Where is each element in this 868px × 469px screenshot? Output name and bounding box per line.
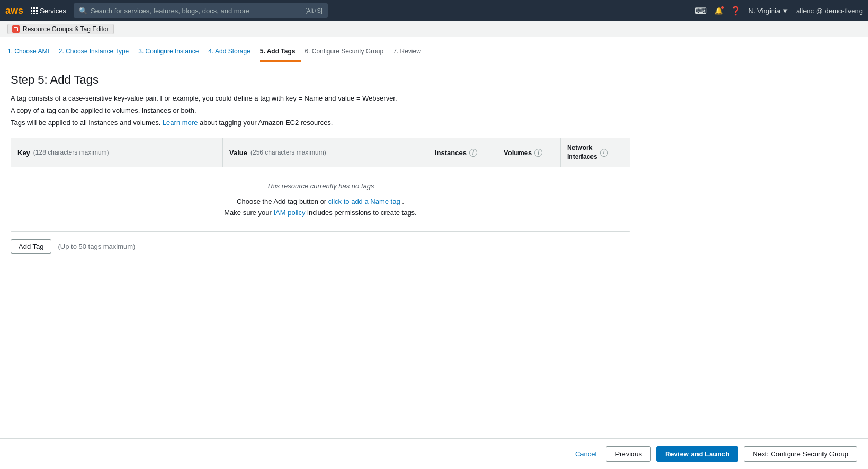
resource-groups-tag[interactable]: Resource Groups & Tag Editor <box>7 24 114 34</box>
step-3-link[interactable]: 3. Configure Instance <box>138 48 199 55</box>
step-7[interactable]: 7. Review <box>393 48 427 62</box>
step-1[interactable]: 1. Choose AMI <box>7 48 56 62</box>
top-navigation: aws Services 🔍 [Alt+S] ⌨ 🔔 ❓ N. Virginia… <box>0 0 868 21</box>
next-configure-security-group-button[interactable]: Next: Configure Security Group <box>744 446 857 462</box>
add-tag-hint: Choose the Add tag button or click to ad… <box>26 197 615 205</box>
previous-button[interactable]: Previous <box>606 446 651 462</box>
col-key-header: Key (128 characters maximum) <box>11 138 223 167</box>
col-value-label: Value <box>229 149 247 157</box>
notifications-icon[interactable]: 🔔 <box>714 7 723 15</box>
search-icon: 🔍 <box>79 7 87 15</box>
no-tags-message: This resource currently has no tags <box>26 182 615 190</box>
col-key-hint: (128 characters maximum) <box>33 149 109 156</box>
instances-info-icon[interactable]: i <box>469 149 477 157</box>
page-title: Step 5: Add Tags <box>11 73 857 87</box>
iam-hint: Make sure your IAM policy includes permi… <box>26 209 615 217</box>
grid-icon <box>31 7 38 14</box>
step-6-label: 6. Configure Security Group <box>305 48 383 55</box>
col-volumes-label: Volumes <box>504 149 532 157</box>
col-value-hint: (256 characters maximum) <box>250 149 326 156</box>
col-instances-header: Instances i <box>428 138 497 167</box>
desc3-suffix: about tagging your Amazon EC2 resources. <box>200 119 333 127</box>
col-network-header: NetworkInterfaces i <box>561 138 630 167</box>
review-and-launch-button[interactable]: Review and Launch <box>656 446 738 462</box>
user-menu[interactable]: allenc @ demo-tlveng <box>796 7 863 15</box>
col-network-label: NetworkInterfaces <box>567 143 597 161</box>
nav-right: ⌨ 🔔 ❓ N. Virginia ▼ allenc @ demo-tlveng <box>695 6 863 16</box>
col-volumes-header: Volumes i <box>497 138 561 167</box>
max-tags-hint: (Up to 50 tags maximum) <box>58 242 135 250</box>
add-tag-button[interactable]: Add Tag <box>11 239 51 254</box>
iam-hint-suffix: includes permissions to create tags. <box>307 209 417 217</box>
step-2[interactable]: 2. Choose Instance Type <box>59 48 136 62</box>
aws-logo-text: aws <box>5 6 23 15</box>
resource-label: Resource Groups & Tag Editor <box>23 25 109 33</box>
search-bar[interactable]: 🔍 [Alt+S] <box>74 3 328 18</box>
step-6[interactable]: 6. Configure Security Group <box>305 48 390 62</box>
resource-icon <box>12 25 20 33</box>
main-content: Step 5: Add Tags A tag consists of a cas… <box>0 62 868 438</box>
aws-logo[interactable]: aws <box>5 6 25 15</box>
search-shortcut: [Alt+S] <box>305 7 323 14</box>
help-icon[interactable]: ❓ <box>730 6 741 16</box>
region-chevron-icon: ▼ <box>782 7 789 15</box>
region-label: N. Virginia <box>748 7 780 15</box>
step-1-link[interactable]: 1. Choose AMI <box>7 48 49 55</box>
step-7-label: 7. Review <box>393 48 421 55</box>
network-info-icon[interactable]: i <box>600 149 608 157</box>
iam-policy-link[interactable]: IAM policy <box>273 209 305 217</box>
services-button[interactable]: Services <box>31 7 66 15</box>
resource-icon-inner <box>14 27 18 31</box>
desc-line-3: Tags will be applied to all instances an… <box>11 118 857 129</box>
region-selector[interactable]: N. Virginia ▼ <box>748 7 789 15</box>
terminal-icon[interactable]: ⌨ <box>695 6 707 16</box>
iam-hint-prefix: Make sure your <box>224 209 273 217</box>
tags-table: Key (128 characters maximum) Value (256 … <box>11 138 630 232</box>
desc-line-1: A tag consists of a case-sensitive key-v… <box>11 93 857 104</box>
step-4[interactable]: 4. Add Storage <box>208 48 256 62</box>
notification-dot <box>721 6 724 10</box>
description: A tag consists of a case-sensitive key-v… <box>11 93 857 128</box>
desc-line-2: A copy of a tag can be applied to volume… <box>11 105 857 116</box>
learn-more-link[interactable]: Learn more <box>163 119 198 127</box>
table-header: Key (128 characters maximum) Value (256 … <box>11 138 630 167</box>
wizard-steps: 1. Choose AMI 2. Choose Instance Type 3.… <box>0 37 868 62</box>
add-hint-suffix: . <box>402 197 404 205</box>
col-value-header: Value (256 characters maximum) <box>223 138 428 167</box>
table-empty-state: This resource currently has no tags Choo… <box>11 167 630 231</box>
volumes-info-icon[interactable]: i <box>534 149 542 157</box>
step-2-link[interactable]: 2. Choose Instance Type <box>59 48 129 55</box>
col-instances-label: Instances <box>435 149 467 157</box>
footer: Cancel Previous Review and Launch Next: … <box>0 438 868 469</box>
add-tag-section: Add Tag (Up to 50 tags maximum) <box>11 239 857 254</box>
search-input[interactable] <box>91 7 302 15</box>
col-key-label: Key <box>17 149 30 157</box>
desc3-prefix: Tags will be applied to all instances an… <box>11 119 163 127</box>
step-5[interactable]: 5. Add Tags <box>260 48 302 62</box>
resource-bar: Resource Groups & Tag Editor <box>0 21 868 37</box>
services-label: Services <box>40 7 66 15</box>
cancel-button[interactable]: Cancel <box>571 447 601 461</box>
step-5-label: 5. Add Tags <box>260 48 296 55</box>
step-4-link[interactable]: 4. Add Storage <box>208 48 250 55</box>
click-to-add-name-tag-link[interactable]: click to add a Name tag <box>328 197 400 205</box>
user-label: allenc @ demo-tlveng <box>796 7 863 15</box>
step-3[interactable]: 3. Configure Instance <box>138 48 205 62</box>
add-hint-prefix: Choose the Add tag button or <box>237 197 328 205</box>
